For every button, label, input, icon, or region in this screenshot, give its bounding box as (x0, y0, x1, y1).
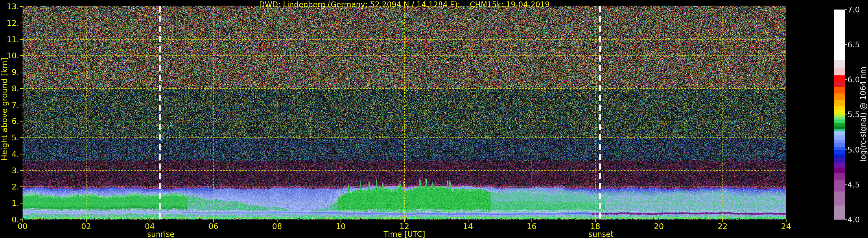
y-tick-label: 1. (0, 199, 19, 208)
y-tick-label: 4. (0, 149, 19, 159)
x-tick-label: 06 (205, 222, 222, 231)
colorbar-tick-label: 5.0 (847, 145, 868, 154)
y-tick-label: 10. (0, 51, 19, 60)
x-tick-label: 08 (269, 222, 286, 231)
colorbar-tick-label: 5.5 (847, 110, 868, 119)
x-tick-label: 20 (650, 222, 668, 231)
y-tick-label: 2. (0, 182, 19, 191)
ceilometer-quicklook-figure: DWD: Lindenberg (Germany; 52.2094 N / 14… (0, 0, 868, 238)
x-tick-label: 00 (14, 222, 31, 231)
sunset-annotation: sunset (578, 230, 624, 238)
sunrise-annotation: sunrise (138, 230, 184, 238)
y-tick-label: 9. (0, 68, 19, 76)
x-tick-label: 16 (523, 222, 540, 231)
colorbar-tick-label: 4.5 (847, 180, 868, 189)
colorbar-tick-label: 6.0 (847, 75, 868, 84)
x-tick-label: 04 (141, 222, 158, 231)
plot-canvas (0, 0, 868, 238)
x-axis-label: Time [UTC] (375, 230, 433, 238)
y-tick-label: 13. (0, 2, 19, 11)
y-tick-label: 3. (0, 166, 19, 175)
x-tick-label: 14 (459, 222, 477, 231)
y-tick-label: 8. (0, 84, 19, 93)
y-tick-label: 7. (0, 101, 19, 109)
y-tick-label: 11. (0, 35, 19, 44)
colorbar-tick-label: 6.5 (847, 40, 868, 49)
colorbar-tick-label: 7.0 (847, 5, 868, 14)
x-tick-label: 12 (396, 222, 413, 231)
plot-title: DWD: Lindenberg (Germany; 52.2094 N / 14… (23, 0, 786, 9)
x-tick-label: 18 (587, 222, 604, 231)
x-tick-label: 22 (714, 222, 731, 231)
x-tick-label: 10 (332, 222, 349, 231)
x-tick-label: 24 (777, 222, 795, 231)
colorbar-tick-label: 4.0 (847, 215, 868, 224)
x-tick-label: 02 (78, 222, 95, 231)
y-tick-label: 5. (0, 133, 19, 142)
y-tick-label: 12. (0, 19, 19, 28)
y-tick-label: 6. (0, 117, 19, 126)
